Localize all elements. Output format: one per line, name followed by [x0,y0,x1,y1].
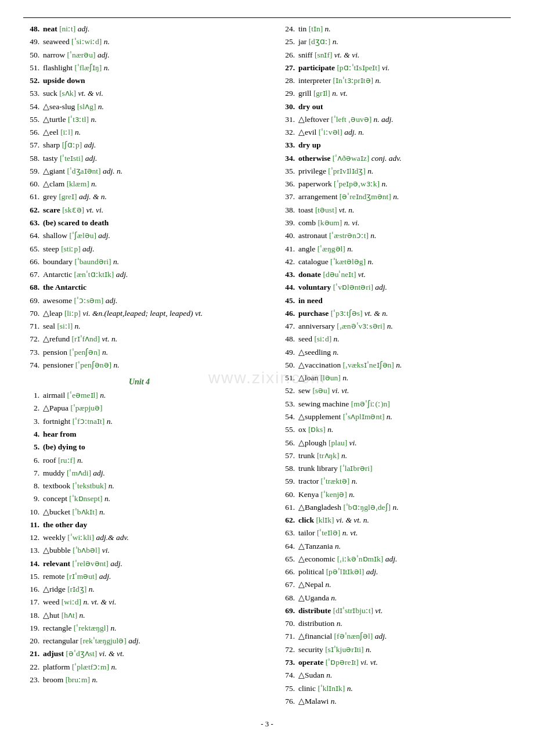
entry-word: paperwork [298,179,332,188]
entry-pos: n. [323,24,331,33]
entry-number: 72. [23,333,39,345]
top-divider [23,17,511,18]
entry-phonetic: [ˈklɪnɪk] [316,684,345,693]
entry-pos: n. [323,580,331,589]
entry-content: interpreter [ɪnˈtɜːprɪtə] n. [298,74,511,87]
entry-word: Tanzania [305,542,333,550]
entry-number: 71. [23,320,39,333]
list-item: 48.neat [niːt] adj. [23,23,255,35]
entry-pos: n. [394,361,402,369]
entry-word: weekly [43,533,66,542]
entry-content: △Nepal n. [298,578,511,591]
entry-number: 35. [279,165,295,178]
entry-pos: adj. [96,231,110,240]
main-content: 48.neat [niːt] adj.49.seaweed [ˈsiːwiːd]… [23,23,511,708]
entry-word: seed [298,334,312,343]
entry-content: grey [greɪ] adj. & n. [43,190,255,203]
entry-phonetic: [stiːp] [59,244,81,253]
list-item: 3.fortnight [ˈfɔːtnaɪt] n. [23,415,255,428]
entry-content: tailor [ˈteɪlə] n. vt. [298,527,511,539]
entry-word: pensioner [43,361,73,369]
entry-word: Uganda [305,593,329,602]
list-item: 55.△turtle [ˈtɜːtl] n. [23,113,255,126]
list-item: 53.sewing machine [məˈʃiː(ː)n] [279,398,511,411]
entry-phonetic: [ˈplætfɔːm] [70,663,110,671]
entry-number: 34. [279,152,295,165]
entry-pos: n. [329,593,337,602]
entry-content: textbook [ˈtekstbuk] n. [43,480,255,492]
entry-pos: adj. [114,270,128,279]
entry-number: 19. [23,622,39,635]
entry-pos: n. [96,102,104,111]
list-item: 31.△leftover [ˈleft ˌəuvə] n. adj. [279,113,511,126]
list-item: 34.otherwise [ˈʌðəwaɪz] conj. adv. [279,152,511,165]
entry-content: boundary [ˈbaundəri] n. [43,255,255,268]
entry-phonetic: [ˈsiːwiːd] [70,37,102,46]
entry-number: 23. [23,674,39,686]
entry-word: distribute [298,606,331,615]
entry-number: 25. [279,35,295,48]
entry-word: clinic [298,684,316,693]
entry-number: 26. [279,49,295,62]
entry-content: donate [dəuˈneɪt] vt. [298,268,511,281]
list-item: 51.△loan [ləun] n. [279,372,511,384]
entry-content: pension [ˈpenʃən] n. [43,346,255,359]
entry-pos: n. [326,425,334,434]
entry-phonetic: [səu] [311,386,330,395]
list-item: 36.paperwork [ˈpeɪpəˌwɜːk] n. [279,178,511,190]
entry-word: seal [43,322,55,330]
list-item: 60.△clam [klæm] n. [23,178,255,190]
entry-word: the other day [43,520,87,529]
entry-word: Sudan [305,671,324,679]
entry-pos: adj. [127,636,140,645]
entry-number: 57. [23,139,39,152]
entry-pos: n. [369,231,377,240]
entry-phonetic: [ˈtɜːtl] [66,115,89,124]
list-item: 15.remote [rɪˈməut] adj. [23,570,255,583]
list-item: 8.textbook [ˈtekstbuk] n. [23,480,255,492]
entry-phonetic: [ˈtræktə] [319,477,349,485]
entry-phonetic: [əˈdʒʌst] [64,649,97,658]
entry-number: 73. [279,656,295,669]
entry-number: 8. [23,480,39,492]
entry-phonetic: [ˈeəmeɪl] [65,391,98,399]
entry-number: 45. [279,294,295,307]
entry-phonetic: [ˌænəˈvɜːsəri] [335,322,385,330]
entry-number: 30. [279,100,295,113]
entry-content: △bucket [ˈbʌkɪt] n. [43,506,255,519]
list-item: 28.interpreter [ɪnˈtɜːprɪtə] n. [279,74,511,87]
entry-number: 1. [23,389,39,402]
entry-word: flashlight [43,63,73,72]
entry-content: distribute [dɪˈstrɪbjuːt] vt. [298,604,511,617]
entry-phonetic: [ˈleft ˌəuvə] [329,115,371,124]
list-item: 54.△sea-slug [slʌg] n. [23,100,255,113]
list-item: 22.platform [ˈplætfɔːm] n. [23,661,255,674]
entry-number: 73. [23,346,39,359]
entry-phonetic: [ˈæŋgəl] [315,244,345,253]
entry-pos: n. [106,481,114,490]
entry-content: platform [ˈplætfɔːm] n. [43,661,255,674]
entry-number: 41. [279,243,295,255]
entry-number: 51. [23,62,39,74]
entry-content: voluntary [ˈvɒləntəri] adj. [298,281,511,294]
list-item: 68.the Antarctic [23,281,255,294]
list-item: 39.comb [kəum] n. vi. [279,217,511,229]
entry-phonetic: [ˈpenʃən] [67,348,100,357]
list-item: 67.△Nepal n. [279,578,511,591]
list-item: 62.scare [skɛə] vt. vi. [23,204,255,217]
entry-number: 66. [23,255,39,268]
list-item: 50.narrow [ˈnærəu] adj. [23,49,255,62]
entry-pos: vi. &n.(leapt,leaped; leapt, leaped) vt. [81,309,203,318]
entry-pos: adj. & n. [77,192,107,201]
list-item: 12.weekly [ˈwiːkli] adj.& adv. [23,531,255,544]
entry-content: paperwork [ˈpeɪpəˌwɜːk] n. [298,178,511,190]
list-item: 59.△giant [ˈdʒaɪənt] adj. n. [23,165,255,178]
entry-number: 59. [23,165,39,178]
entry-word: evil [305,128,316,136]
entry-phonetic: [dʒɑː] [306,37,330,46]
entry-phonetic: [rekˈtæŋgjulə] [78,636,127,645]
entry-word: the Antarctic [43,283,86,291]
list-item: 65.steep [stiːp] adj. [23,243,255,255]
entry-number: 63. [279,527,295,539]
entry-pos: n. [340,451,348,460]
